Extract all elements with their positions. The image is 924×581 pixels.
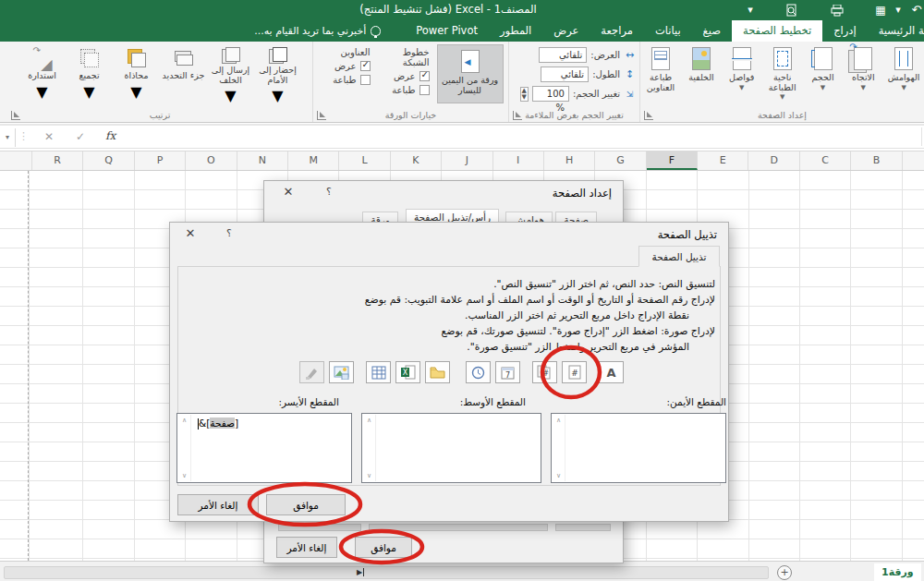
ribbon-tab-8[interactable]: Power Pivot — [405, 20, 489, 42]
print-preview-icon[interactable] — [782, 0, 800, 20]
headings-print-checkbox[interactable]: طباعة — [333, 75, 370, 85]
column-header-L[interactable]: L — [339, 151, 390, 170]
sheet-rtl-button[interactable]: ورقة من اليمين لليسار — [437, 44, 504, 103]
name-box[interactable]: ▾ — [0, 128, 16, 147]
sheet-tab-active[interactable]: ورقة1 — [874, 563, 921, 581]
footer-tab[interactable]: تذييل الصفحة — [638, 246, 720, 267]
sheet-options-launcher-icon[interactable] — [317, 111, 326, 120]
ribbon-tab-6[interactable]: عرض — [542, 20, 590, 42]
sheet-nav-icon[interactable]: ▶ — [357, 568, 364, 576]
insert-date-button[interactable]: 7 — [495, 361, 520, 383]
column-header-N[interactable]: N — [237, 151, 288, 170]
margins-button[interactable]: الهوامش▼ — [883, 43, 924, 104]
scroll-down-icon[interactable]: ∨ — [367, 472, 371, 479]
add-sheet-button[interactable]: + — [777, 565, 792, 580]
align-button[interactable]: محاذاة▼ — [113, 43, 160, 104]
background-button[interactable]: الخلفية — [681, 43, 722, 104]
column-header-H[interactable]: H — [544, 151, 595, 170]
quick-print-icon[interactable] — [828, 0, 846, 20]
center-section-box[interactable]: ∧∨ — [361, 413, 541, 483]
column-header-E[interactable]: E — [698, 151, 748, 170]
column-header-M[interactable]: M — [288, 151, 339, 170]
column-header-D[interactable]: D — [748, 151, 799, 170]
scroll-up-icon[interactable]: ∧ — [182, 417, 187, 424]
ribbon-tab-1[interactable]: إدراج — [822, 20, 868, 42]
help-icon[interactable]: ؟ — [322, 186, 336, 198]
tell-me-box[interactable]: أخبرني بما تريد القيام به... — [254, 20, 381, 42]
column-header-B[interactable]: B — [851, 151, 902, 170]
ribbon-tab-0[interactable]: الصفحة الرئيسية — [868, 20, 924, 42]
column-header-P[interactable]: P — [135, 151, 186, 170]
ribbon-tab-7[interactable]: المطور — [489, 20, 542, 42]
help-icon[interactable]: ؟ — [222, 227, 237, 239]
formula-input[interactable] — [131, 127, 922, 146]
width-select[interactable]: تلقائي — [539, 47, 587, 63]
gridlines-view-checkbox[interactable]: عرض — [394, 71, 430, 81]
insert-picture-button[interactable] — [329, 361, 354, 383]
height-select[interactable]: تلقائي — [541, 67, 589, 82]
column-header-G[interactable]: G — [595, 151, 646, 170]
orientation-button[interactable]: الاتجاه▼ — [843, 43, 883, 104]
enter-entry-icon[interactable]: ✓ — [76, 130, 85, 143]
ribbon-tab-4[interactable]: بيانات — [644, 20, 692, 42]
column-header-K[interactable]: K — [391, 151, 442, 170]
ribbon-tab-2[interactable]: تخطيط الصفحة — [732, 20, 822, 42]
gridlines-print-checkbox[interactable]: طباعة — [392, 85, 429, 95]
bring-forward-button[interactable]: إحضار إلى الأمام▼ — [254, 43, 301, 104]
insert-sheet-name-button[interactable] — [366, 361, 391, 383]
footer-cancel-button[interactable]: إلغاء الأمر — [177, 494, 259, 515]
page-setup-launcher-icon[interactable] — [644, 111, 653, 120]
right-section-box[interactable]: ∧∨ — [551, 413, 726, 483]
insert-page-number-button[interactable]: # — [562, 361, 587, 383]
close-icon[interactable]: ✕ — [277, 185, 299, 199]
mode-icon[interactable]: ▦ — [872, 0, 889, 20]
print-area-button[interactable]: ناحية الطباعة▼ — [762, 43, 803, 104]
scroll-down-icon[interactable]: ∨ — [182, 472, 187, 479]
scrollbar[interactable]: ∧∨ — [178, 415, 191, 481]
insert-time-button[interactable] — [466, 361, 491, 383]
close-icon[interactable]: ✕ — [179, 226, 201, 240]
customize-caret-icon[interactable]: ▾ — [745, 0, 756, 20]
footer-ok-button[interactable]: موافق — [266, 494, 346, 515]
column-header-O[interactable]: O — [186, 151, 237, 170]
column-header-R[interactable]: R — [32, 151, 83, 170]
undo-icon[interactable]: ↶ — [909, 0, 924, 20]
footer-instructions: لتنسيق النص: حدد النص، ثم اختر الزر "تنس… — [355, 276, 715, 355]
headings-view-checkbox[interactable]: عرض — [334, 61, 371, 71]
column-header-J[interactable]: J — [442, 151, 492, 170]
column-header-F[interactable]: F — [647, 151, 698, 170]
scale-launcher-icon[interactable] — [513, 111, 522, 120]
scroll-down-icon[interactable]: ∨ — [556, 472, 561, 479]
scroll-up-icon[interactable]: ∧ — [556, 417, 561, 424]
arrange-launcher-icon[interactable] — [11, 111, 20, 120]
insert-number-of-pages-button[interactable]: # — [532, 361, 557, 383]
scrollbar[interactable]: ∧∨ — [553, 415, 565, 481]
format-text-button[interactable]: A — [599, 361, 624, 383]
format-picture-button[interactable] — [299, 361, 324, 383]
scroll-up-icon[interactable]: ∧ — [367, 417, 371, 424]
send-backward-button[interactable]: إرسال إلى الخلف▼ — [207, 43, 254, 104]
cancel-entry-icon[interactable]: ✕ — [44, 130, 54, 143]
scrollbar[interactable]: ∧∨ — [363, 415, 376, 481]
ribbon-tab-3[interactable]: صيغ — [692, 20, 732, 42]
left-section-box[interactable]: ∧∨ &[صفحة] — [176, 413, 352, 483]
insert-file-path-button[interactable] — [425, 361, 450, 383]
insert-function-icon[interactable]: fx — [105, 129, 116, 142]
print-titles-button[interactable]: طباعة العناوين — [640, 43, 681, 104]
page-setup-cancel-button[interactable]: إلغاء الأمر — [276, 537, 337, 558]
qat-caret-icon[interactable]: ▾ — [893, 0, 904, 20]
selection-pane-button[interactable]: جزء التحديد — [160, 43, 207, 104]
group-button[interactable]: تجميع▼ — [66, 43, 113, 104]
horizontal-scrollbar[interactable] — [4, 566, 769, 579]
scale-stepper[interactable]: ▲▼ — [520, 87, 529, 102]
page-setup-ok-button[interactable]: موافق — [355, 537, 412, 558]
column-header-C[interactable]: C — [800, 151, 851, 170]
ribbon-tab-5[interactable]: مراجعة — [590, 20, 644, 42]
breaks-button[interactable]: فواصل▼ — [722, 43, 762, 104]
scale-input[interactable]: 100 % — [532, 86, 569, 102]
column-header-I[interactable]: I — [493, 151, 544, 170]
rotate-button[interactable]: ↷ استدارة▼ — [18, 43, 66, 104]
size-button[interactable]: الحجم▼ — [803, 43, 844, 104]
column-header-Q[interactable]: Q — [83, 151, 134, 170]
insert-file-name-button[interactable]: X — [395, 361, 420, 383]
